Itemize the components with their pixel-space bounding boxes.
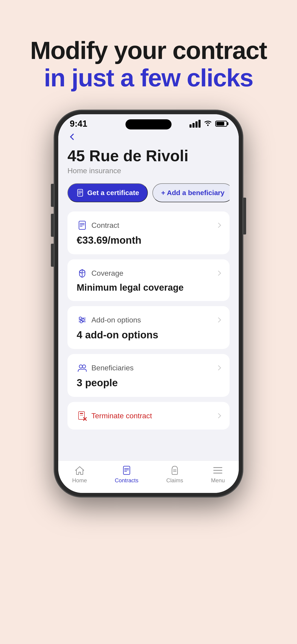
addons-card-title: Add-on options bbox=[92, 316, 141, 324]
battery-icon bbox=[215, 121, 227, 127]
addons-card[interactable]: Add-on options 4 add-on options bbox=[68, 306, 230, 349]
property-subtitle: Home insurance bbox=[68, 166, 230, 175]
contract-card-icon bbox=[77, 220, 88, 231]
status-bar: 9:41 bbox=[58, 114, 239, 131]
beneficiaries-card-icon bbox=[77, 362, 88, 373]
terminate-left: Terminate contract bbox=[77, 410, 152, 421]
nav-home-label: Home bbox=[72, 477, 87, 484]
svg-rect-22 bbox=[124, 466, 130, 474]
wifi-icon bbox=[204, 120, 212, 128]
phone-mockup: 9:41 bbox=[54, 110, 243, 497]
menu-nav-icon bbox=[212, 465, 224, 476]
contract-card-title-row: Contract bbox=[77, 220, 119, 231]
nav-claims-label: Claims bbox=[166, 477, 183, 484]
terminate-label: Terminate contract bbox=[92, 412, 152, 420]
svg-rect-5 bbox=[79, 221, 86, 230]
coverage-card-title: Coverage bbox=[92, 269, 124, 278]
addons-card-icon bbox=[77, 314, 88, 326]
certificate-label: Get a certificate bbox=[87, 189, 139, 197]
terminate-chevron-icon bbox=[216, 413, 221, 418]
coverage-card-value: Minimum legal coverage bbox=[77, 282, 220, 293]
back-button[interactable] bbox=[68, 131, 79, 142]
addons-card-header: Add-on options bbox=[77, 314, 220, 326]
nav-menu-label: Menu bbox=[211, 477, 225, 484]
svg-point-15 bbox=[82, 319, 84, 321]
addons-card-title-row: Add-on options bbox=[77, 314, 141, 326]
coverage-chevron-icon bbox=[216, 271, 221, 276]
headline-line1: Modify your contract bbox=[30, 37, 267, 64]
nav-home[interactable]: Home bbox=[72, 465, 87, 484]
nav-contracts-label: Contracts bbox=[115, 477, 138, 484]
status-time: 9:41 bbox=[70, 119, 87, 129]
beneficiaries-card[interactable]: Beneficiaries 3 people bbox=[68, 354, 230, 397]
headline-line2: in just a few clicks bbox=[30, 64, 267, 92]
bottom-nav: Home Contracts bbox=[58, 460, 239, 493]
coverage-card-icon bbox=[77, 268, 88, 279]
svg-point-0 bbox=[207, 124, 208, 126]
beneficiary-label: + Add a beneficiary bbox=[161, 189, 224, 197]
beneficiaries-chevron-icon bbox=[216, 365, 221, 370]
svg-point-18 bbox=[82, 365, 86, 368]
coverage-card-title-row: Coverage bbox=[77, 268, 124, 279]
certificate-icon bbox=[76, 189, 84, 197]
beneficiaries-card-title: Beneficiaries bbox=[92, 364, 134, 372]
svg-point-14 bbox=[79, 317, 82, 319]
contracts-nav-icon bbox=[121, 465, 132, 476]
svg-rect-20 bbox=[80, 413, 83, 414]
terminate-icon bbox=[77, 410, 88, 421]
svg-point-17 bbox=[79, 365, 82, 368]
terminate-card[interactable]: Terminate contract bbox=[68, 402, 230, 430]
certificate-button[interactable]: Get a certificate bbox=[68, 183, 148, 202]
addons-chevron-icon bbox=[216, 318, 221, 323]
status-icons bbox=[190, 120, 227, 128]
nav-menu[interactable]: Menu bbox=[211, 465, 225, 484]
nav-claims[interactable]: Claims bbox=[166, 465, 183, 484]
action-buttons: Get a certificate + Add a beneficiary bbox=[68, 183, 230, 202]
content-area: 45 Rue de Rivoli Home insurance Get a ce… bbox=[58, 131, 239, 460]
addons-card-value: 4 add-on options bbox=[77, 329, 220, 341]
beneficiaries-card-header: Beneficiaries bbox=[77, 362, 220, 373]
contract-card-value: €33.69/month bbox=[77, 234, 220, 246]
signal-bars-icon bbox=[190, 120, 200, 128]
claims-nav-icon bbox=[169, 465, 180, 476]
nav-contracts[interactable]: Contracts bbox=[115, 465, 138, 484]
coverage-card-header: Coverage bbox=[77, 268, 220, 279]
page-header: Modify your contract in just a few click… bbox=[30, 37, 267, 92]
home-nav-icon bbox=[74, 465, 86, 476]
phone-frame: 9:41 bbox=[54, 110, 243, 497]
coverage-card[interactable]: Coverage Minimum legal coverage bbox=[68, 259, 230, 301]
svg-point-16 bbox=[80, 320, 82, 323]
beneficiary-button[interactable]: + Add a beneficiary bbox=[152, 183, 230, 202]
contract-chevron-icon bbox=[216, 223, 221, 228]
beneficiaries-card-value: 3 people bbox=[77, 377, 220, 388]
phone-screen: 9:41 bbox=[58, 114, 239, 493]
beneficiaries-card-title-row: Beneficiaries bbox=[77, 362, 134, 373]
svg-rect-21 bbox=[80, 415, 83, 416]
dynamic-island bbox=[126, 119, 172, 130]
contract-card[interactable]: Contract €33.69/month bbox=[68, 212, 230, 254]
property-title: 45 Rue de Rivoli bbox=[68, 147, 230, 164]
contract-card-title: Contract bbox=[92, 221, 119, 230]
contract-card-header: Contract bbox=[77, 220, 220, 231]
back-chevron-icon bbox=[70, 133, 76, 140]
